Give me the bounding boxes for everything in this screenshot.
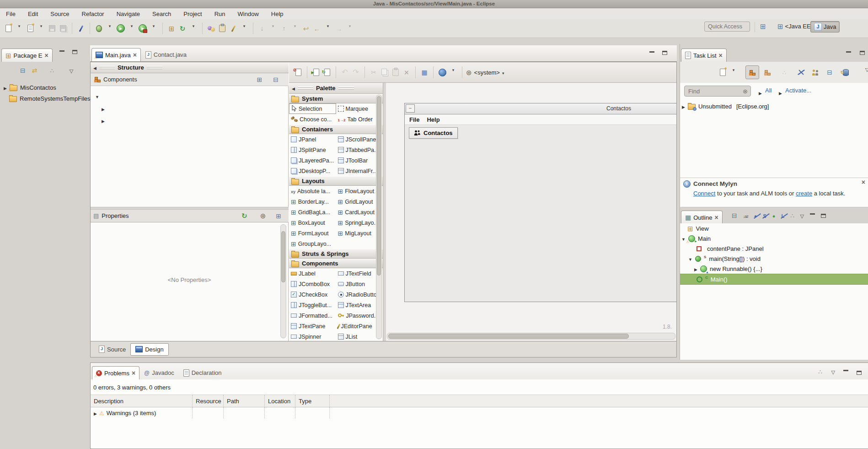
palette-item-jcombobox[interactable]: JComboBox	[289, 279, 336, 289]
maximize-icon[interactable]	[72, 50, 77, 54]
structure-root-expander-icon[interactable]	[95, 93, 99, 99]
goto-source-icon[interactable]	[241, 212, 247, 219]
tab-problems[interactable]: Problems	[92, 366, 139, 379]
menu-refactor[interactable]: Refactor	[82, 11, 104, 17]
save-icon[interactable]	[47, 22, 57, 34]
outline-item-main-constructor[interactable]: Main()	[680, 274, 868, 285]
last-edit-location-icon[interactable]	[301, 22, 311, 34]
clear-search-icon[interactable]	[743, 88, 748, 94]
forward-dropdown[interactable]	[345, 22, 355, 34]
palette-item-borderlayout[interactable]: BorderLay...	[289, 196, 336, 207]
refresh-dropdown[interactable]	[188, 22, 198, 34]
next-annotation-dropdown[interactable]	[268, 22, 278, 34]
maximize-icon[interactable]	[821, 214, 826, 218]
minimize-icon[interactable]	[59, 50, 64, 55]
column-location[interactable]: Location	[265, 395, 295, 407]
menu-file[interactable]: File	[6, 11, 16, 17]
hide-local-types-icon[interactable]	[781, 213, 784, 219]
collapse-all-icon[interactable]	[732, 212, 737, 219]
outline-item-runnable[interactable]: new Runnable() {...}	[680, 264, 868, 274]
back-icon[interactable]	[312, 22, 322, 34]
collapse-all-icon[interactable]	[825, 66, 835, 78]
expander-icon[interactable]	[681, 236, 686, 242]
menu-edit[interactable]: Edit	[28, 11, 38, 17]
create-link[interactable]: create	[796, 190, 812, 197]
tree-item-unsubmitted[interactable]: Unsubmitted [Eclipse.org]	[682, 101, 769, 111]
undo-icon[interactable]	[340, 66, 350, 78]
new-task-icon[interactable]	[718, 66, 728, 78]
tab-javadoc[interactable]: Javadoc	[139, 366, 179, 379]
tab-source[interactable]: Source	[94, 343, 130, 355]
refresh-design-icon[interactable]	[322, 66, 332, 78]
new-task-dropdown[interactable]	[729, 66, 739, 78]
palette-item-jtextpane[interactable]: JTextPane	[289, 321, 336, 331]
table-row-warnings[interactable]: Warnings (3 items)	[91, 407, 868, 418]
palette-scrollbar[interactable]	[376, 95, 382, 339]
expand-all-icon[interactable]	[257, 76, 263, 83]
new-java-class-dropdown[interactable]	[36, 22, 46, 34]
column-resource[interactable]: Resource	[193, 395, 224, 407]
sort-icon[interactable]	[743, 213, 748, 219]
menu-navigate[interactable]: Navigate	[117, 11, 140, 17]
palette-category-struts-springs[interactable]: Struts & Springs	[289, 249, 383, 259]
find-input[interactable]	[684, 86, 751, 97]
close-icon[interactable]	[44, 52, 48, 59]
back-dropdown[interactable]	[323, 22, 333, 34]
mark-occurrences-icon[interactable]	[228, 22, 238, 34]
view-menu-icon[interactable]	[862, 66, 868, 78]
view-menu-icon[interactable]	[70, 68, 73, 74]
column-path[interactable]: Path	[224, 395, 265, 407]
properties-scrollbar[interactable]	[280, 224, 286, 338]
palette-item-jlayeredpane[interactable]: JLayeredPa...	[289, 155, 336, 166]
tab-outline[interactable]: Outline	[681, 211, 723, 224]
external-tools-dropdown[interactable]	[149, 22, 159, 34]
expander-icon[interactable]	[688, 256, 692, 262]
categorized-view-icon[interactable]	[745, 65, 759, 79]
stylus-icon[interactable]	[76, 22, 86, 34]
structure-node-expander-icon[interactable]	[102, 118, 105, 124]
quick-access-input[interactable]	[704, 22, 750, 32]
grip-handle[interactable]	[99, 66, 115, 69]
previous-annotation-icon[interactable]	[279, 22, 289, 34]
activate-link[interactable]: Activate...	[785, 87, 811, 94]
palette-item-jpanel[interactable]: JPanel	[289, 134, 336, 145]
hide-non-public-icon[interactable]	[772, 213, 776, 219]
collapse-all-icon[interactable]	[273, 76, 279, 83]
connect-link[interactable]: Connect	[693, 190, 715, 197]
reparse-icon[interactable]	[293, 66, 303, 78]
palette-item-choose-component[interactable]: Choose co...	[289, 114, 336, 124]
menu-dots-icon[interactable]	[818, 369, 822, 375]
tree-item-remotesystems[interactable]: RemoteSystemsTempFiles	[9, 93, 91, 103]
close-icon[interactable]	[132, 370, 135, 376]
scrollbar-thumb[interactable]	[281, 231, 285, 282]
debug-icon[interactable]	[94, 22, 104, 34]
tab-design[interactable]: Design	[130, 343, 168, 356]
palette-item-jsplitpane[interactable]: JSplitPane	[289, 145, 336, 155]
collapse-panel-icon[interactable]	[292, 85, 295, 91]
maximize-icon[interactable]	[662, 51, 667, 55]
close-icon[interactable]	[862, 179, 865, 185]
delete-icon[interactable]	[402, 66, 412, 78]
design-menu-file[interactable]: File	[409, 116, 419, 123]
perspective-java-button[interactable]: Java	[810, 21, 840, 32]
outline-item-view[interactable]: View	[680, 223, 868, 233]
frame-handle-icon[interactable]: –	[406, 104, 415, 113]
palette-category-system[interactable]: System	[289, 94, 383, 103]
tree-item-miscontactos[interactable]: MisContactos	[4, 82, 56, 92]
close-icon[interactable]	[133, 52, 137, 58]
externalize-strings-icon[interactable]	[419, 66, 429, 78]
new-wizard-icon[interactable]	[3, 22, 13, 34]
refresh-icon[interactable]	[177, 22, 188, 34]
menu-search[interactable]: Search	[152, 11, 171, 17]
hide-fields-icon[interactable]	[754, 213, 757, 219]
show-advanced-properties-icon[interactable]	[260, 212, 266, 219]
tab-declaration[interactable]: Declaration	[179, 366, 226, 379]
design-contactos-button[interactable]: Contactos	[409, 127, 458, 139]
debug-dropdown[interactable]	[105, 22, 115, 34]
link-with-editor-icon[interactable]	[32, 67, 38, 74]
outline-item-main[interactable]: Main	[680, 233, 868, 243]
presentation-icon[interactable]	[779, 66, 789, 78]
palette-item-selection[interactable]: Selection	[289, 103, 336, 114]
redo-icon[interactable]	[351, 66, 361, 78]
tab-package-explorer[interactable]: Package E	[1, 49, 53, 62]
